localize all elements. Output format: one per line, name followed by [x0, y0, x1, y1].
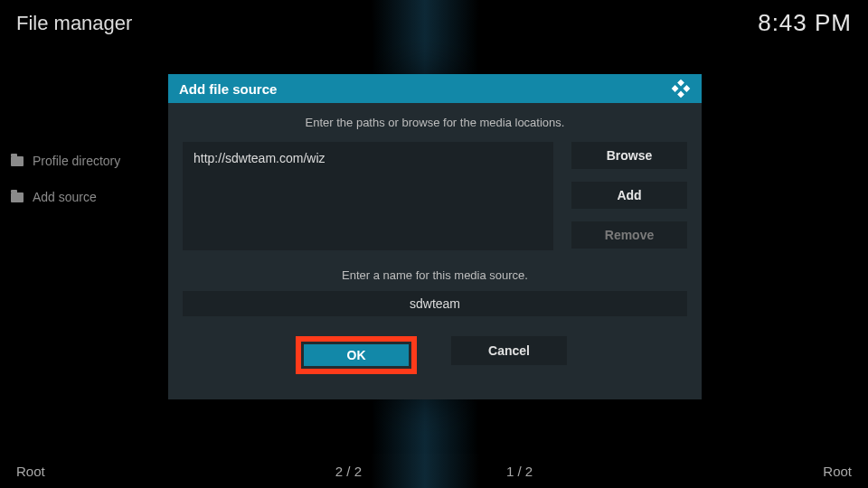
clock: 8:43 PM — [758, 9, 852, 37]
dialog-actions: OK Cancel — [168, 336, 702, 374]
name-instruction: Enter a name for this media source. — [168, 268, 702, 282]
dialog-title: Add file source — [179, 81, 277, 97]
add-button[interactable]: Add — [571, 182, 687, 209]
folder-icon — [11, 156, 24, 166]
path-value: http://sdwteam.com/wiz — [193, 151, 326, 165]
ok-button[interactable]: OK — [304, 344, 409, 366]
header: File manager 8:43 PM — [16, 9, 852, 37]
path-input[interactable]: http://sdwteam.com/wiz — [183, 142, 553, 250]
ok-highlight-box: OK — [296, 336, 417, 374]
browse-button[interactable]: Browse — [571, 142, 687, 169]
source-name-value: sdwteam — [410, 296, 460, 311]
page-title: File manager — [16, 12, 132, 35]
remove-button: Remove — [571, 221, 687, 249]
dialog-titlebar: Add file source — [168, 74, 702, 103]
dialog-body-row: http://sdwteam.com/wiz Browse Add Remove — [168, 142, 702, 250]
bottom-right-label: Root — [823, 464, 852, 479]
sidebar-item-label: Add source — [33, 190, 97, 204]
sidebar-item-profile-directory[interactable]: Profile directory — [11, 154, 120, 168]
bottom-center: 2 / 2 1 / 2 — [16, 464, 852, 479]
kodi-logo-icon — [671, 79, 691, 99]
folder-icon — [11, 192, 24, 202]
bottom-count-left: 2 / 2 — [335, 464, 362, 479]
svg-rect-0 — [677, 80, 684, 87]
svg-rect-3 — [677, 91, 684, 99]
sidebar-item-label: Profile directory — [33, 154, 120, 168]
svg-rect-2 — [684, 85, 691, 92]
side-buttons: Browse Add Remove — [571, 142, 687, 250]
source-name-input[interactable]: sdwteam — [183, 291, 687, 316]
cancel-button[interactable]: Cancel — [451, 336, 567, 365]
path-instruction: Enter the paths or browse for the media … — [168, 116, 702, 129]
sidebar-item-add-source[interactable]: Add source — [11, 190, 120, 204]
bottom-left-label: Root — [16, 464, 45, 479]
sidebar: Profile directory Add source — [11, 154, 120, 204]
bottom-bar: Root 2 / 2 1 / 2 Root — [16, 464, 852, 479]
bottom-count-right: 1 / 2 — [506, 464, 533, 479]
add-file-source-dialog: Add file source Enter the paths or brows… — [168, 74, 702, 399]
svg-rect-1 — [672, 85, 679, 92]
